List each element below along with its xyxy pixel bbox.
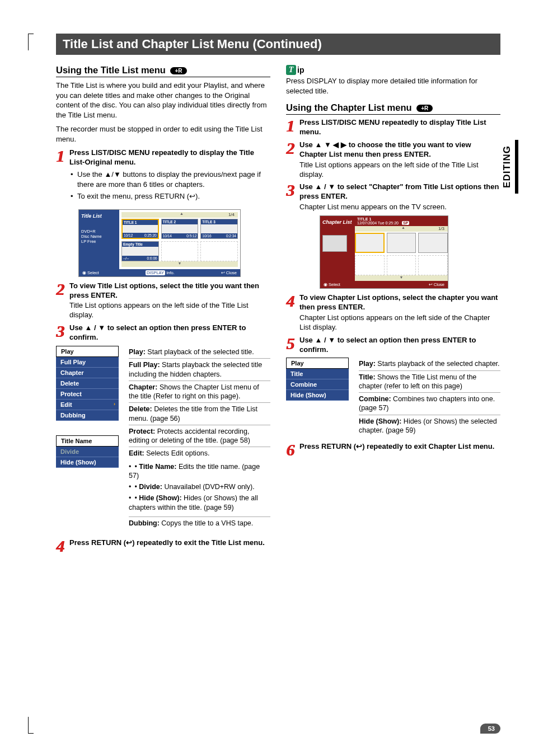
tv-chap-foot-close: ↩ Close [429, 282, 444, 287]
tv-chap-sidebar-title: Chapter List [322, 219, 353, 225]
crop-mark-top [28, 34, 34, 50]
left-step4-lead: Press RETURN (↩) repeatedly to exit the … [69, 538, 270, 548]
menu-item-title-name: Title Name [56, 435, 119, 447]
tip-label: ip [297, 65, 304, 74]
tv-chap-titlebar: TITLE 1 12/07/2004 Tue 0:25:20 SP [355, 216, 448, 226]
left-step-3: 3 Use ▲ / ▼ to select an option then pre… [56, 323, 270, 342]
left-step1-bullet1: Use the ▲/▼ buttons to display the previ… [77, 170, 270, 189]
left-step2-lead: To view Title List options, select the t… [69, 281, 270, 300]
right-step3-text: Chapter List menu appears on the TV scre… [299, 203, 500, 212]
tv-title-cell: TITLE 310/160:2:34 [200, 219, 238, 239]
menu-item-title: Title [286, 369, 349, 379]
chapter-options-descriptions: Play: Starts playback of the selected ch… [359, 358, 500, 436]
right-heading-text: Using the Chapter List menu [286, 102, 412, 112]
tv-title-cell: Empty Title--/--0:6:06 [121, 241, 159, 261]
menu-item-dubbing: Dubbing [56, 410, 119, 421]
left-step2-text: Title List options appears on the left s… [69, 301, 270, 320]
tv-title-cell [200, 241, 238, 261]
tv-foot-info: DISPLAY Info. [146, 270, 175, 275]
chapter-options-block: PlayTitleCombineHide (Show) Play: Starts… [286, 358, 500, 436]
tv-chap-cell [418, 233, 448, 253]
menu-item-hide-show-: Hide (Show) [56, 457, 119, 468]
tv-scroll-down: ▼ [121, 261, 238, 267]
title-options-menu-2: Title NameDivideHide (Show) [56, 435, 119, 468]
left-step3-lead: Use ▲ / ▼ to select an option then press… [69, 323, 270, 342]
left-intro-1: The Title List is where you build and ed… [56, 81, 270, 120]
step-number: 2 [286, 140, 297, 180]
badge-plus-r: +R [170, 67, 186, 74]
step-number-4: 4 [56, 538, 67, 553]
left-intro-2: The recorder must be stopped in order to… [56, 124, 270, 144]
step-number: 6 [286, 442, 297, 457]
page-number-badge: 53 [480, 724, 500, 734]
chapter-options-menu: PlayTitleCombineHide (Show) [286, 358, 349, 401]
step-number: 4 [286, 293, 297, 332]
tip-text: Press DISPLAY to display more detailed t… [286, 76, 500, 96]
menu-item-full-play: Full Play [56, 357, 119, 368]
tv-chap-scroll-down: ▼ [355, 275, 448, 281]
tv-sidebar-disc-type: DVD+R [81, 229, 117, 234]
tv-title-cell [161, 241, 199, 261]
tv-sidebar-free: LP Free [81, 239, 117, 244]
right-heading: Using the Chapter List menu +R [286, 102, 500, 115]
page-banner: Title List and Chapter List Menu (Contin… [56, 34, 500, 55]
left-column: Using the Title List menu +R The Title L… [56, 65, 270, 556]
step-number-2: 2 [56, 281, 67, 321]
right-step6-lead: Press RETURN (↩) repeatedly to exit Chap… [299, 442, 500, 452]
left-step-4: 4 Press RETURN (↩) repeatedly to exit th… [56, 538, 270, 553]
tv-title-cell: TITLE 210/140:5:12 [161, 219, 199, 239]
section-tab-editing: EDITING [499, 140, 518, 194]
right-step1-lead: Press LIST/DISC MENU repeatedly to displ… [299, 118, 500, 137]
left-step1-bullet2: To exit the menu, press RETURN (↩). [77, 191, 270, 201]
tip-icon: T [286, 65, 296, 75]
menu-item-play: Play [286, 358, 349, 369]
title-options-descriptions: Play: Start playback of the selected tit… [129, 346, 270, 529]
tv-chap-foot-select: ◉ Select [324, 282, 340, 287]
title-options-block: PlayFull PlayChapterDeleteProtectEdit›Du… [56, 346, 270, 529]
step-number-1: 1 [56, 148, 67, 205]
right-step4-text: Chapter List options appears on the left… [299, 313, 500, 332]
left-step-1: 1 Press LIST/DISC MENU repeatedly to dis… [56, 148, 270, 205]
tv-chap-thumb [322, 235, 347, 252]
right-step2-text: Title List options appears on the left s… [299, 161, 500, 180]
right-step-5: 5 Use ▲ / ▼ to select an option then pre… [286, 336, 500, 355]
right-step-6: 6 Press RETURN (↩) repeatedly to exit Ch… [286, 442, 500, 457]
tv-chap-page: 1/3 [355, 226, 448, 232]
tv-sidebar-disc-name: Disc Name [81, 234, 117, 239]
menu-item-hide-show-: Hide (Show) [286, 390, 349, 401]
tv-chap-cell-empty [355, 255, 385, 275]
right-step-3: 3 Use ▲ / ▼ to select "Chapter" from Tit… [286, 182, 500, 212]
menu-item-play: Play [56, 346, 119, 357]
tv-chap-cell-empty [387, 255, 416, 275]
right-step3-lead: Use ▲ / ▼ to select "Chapter" from Title… [299, 182, 500, 201]
right-step2-lead: Use ▲ ▼ ◀ ▶ to choose the title you want… [299, 140, 500, 159]
right-step-2: 2 Use ▲ ▼ ◀ ▶ to choose the title you wa… [286, 140, 500, 180]
tv-foot-select: ◉ Select [82, 270, 99, 275]
right-column: T ip Press DISPLAY to display more detai… [286, 65, 500, 556]
menu-item-chapter: Chapter [56, 368, 119, 378]
menu-item-edit: Edit› [56, 400, 119, 410]
right-step5-lead: Use ▲ / ▼ to select an option then press… [299, 336, 500, 355]
step-number: 5 [286, 336, 297, 355]
step-number: 1 [286, 118, 297, 137]
tv-chap-cell [387, 233, 416, 253]
step-number: 3 [286, 182, 297, 212]
step-number-3: 3 [56, 323, 67, 342]
tv-sidebar-title: Title List [81, 213, 117, 219]
tip-heading: T ip [286, 65, 500, 75]
right-step4-lead: To view Chapter List options, select the… [299, 293, 500, 312]
left-step1-lead: Press LIST/DISC MENU repeatedly to displ… [69, 148, 270, 167]
tv-foot-close: ↩ Close [221, 270, 237, 275]
menu-item-combine: Combine [286, 379, 349, 390]
title-options-menu-1: PlayFull PlayChapterDeleteProtectEdit›Du… [56, 346, 119, 421]
tv-chap-cell-empty [418, 255, 448, 275]
tv-title-cell: TITLE 110/120:25:20 [121, 219, 159, 239]
menu-item-divide: Divide [56, 447, 119, 457]
tv-page-indicator: 1/4 [121, 212, 238, 218]
right-step-1: 1 Press LIST/DISC MENU repeatedly to dis… [286, 118, 500, 137]
right-step-4: 4 To view Chapter List options, select t… [286, 293, 500, 332]
menu-item-delete: Delete [56, 378, 119, 389]
left-step-2: 2 To view Title List options, select the… [56, 281, 270, 321]
menu-item-protect: Protect [56, 389, 119, 400]
left-heading: Using the Title List menu +R [56, 65, 270, 77]
